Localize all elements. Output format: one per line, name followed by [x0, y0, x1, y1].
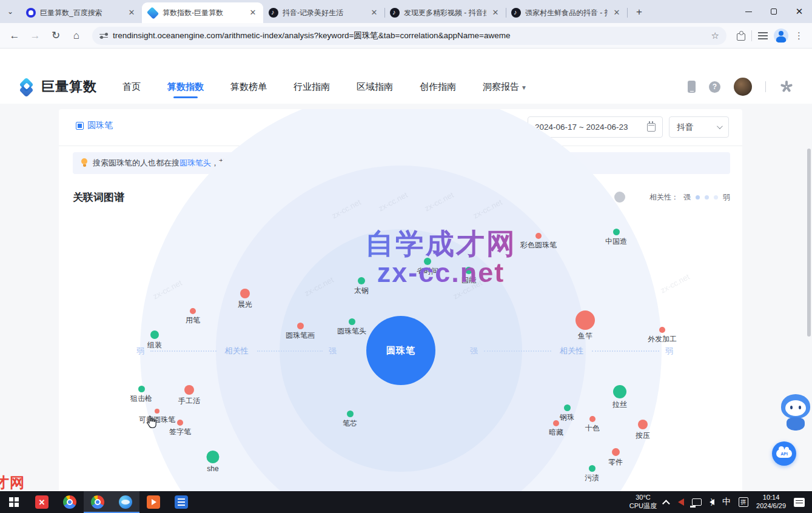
nav-item-创作指南[interactable]: 创作指南	[420, 71, 456, 103]
hint-link-keyword[interactable]: 圆珠笔头	[180, 158, 211, 167]
keyword-bubble-暗藏[interactable]: 暗藏	[549, 420, 563, 438]
clock-date: 2024/6/29	[756, 502, 786, 511]
browser-tab[interactable]: 算数指数-巨量算数✕	[142, 2, 263, 23]
window-maximize-button[interactable]	[761, 0, 787, 23]
bubble-label: 笔芯	[343, 418, 357, 429]
axis-right-weak: 弱	[665, 346, 673, 357]
keyword-bubble-晨光[interactable]: 晨光	[238, 289, 252, 310]
close-tab-icon[interactable]: ✕	[612, 8, 622, 18]
start-button[interactable]	[0, 491, 28, 513]
taskbar-blue-app[interactable]	[167, 491, 195, 513]
api-float-button[interactable]: API	[772, 441, 796, 466]
platform-select[interactable]: 抖音	[669, 116, 729, 138]
nav-item-首页[interactable]: 首页	[122, 71, 141, 103]
keyword-bubble-十色[interactable]: 十色	[585, 416, 600, 434]
bytedance-pinwheel-icon[interactable]	[779, 79, 794, 94]
new-tab-button[interactable]: +	[631, 4, 648, 21]
nav-item-区域指南[interactable]: 区域指南	[357, 71, 393, 103]
mobile-app-icon[interactable]	[688, 81, 696, 93]
taskbar-orange-app[interactable]	[139, 491, 167, 513]
center-keyword-bubble[interactable]: 圆珠笔	[366, 316, 435, 385]
bookmark-star-icon[interactable]: ☆	[711, 30, 719, 41]
bubble-label: 手工活	[178, 396, 200, 406]
keyword-chip[interactable]: 圆珠笔	[76, 120, 113, 131]
site-logo[interactable]: 巨量算数	[18, 78, 97, 96]
platform-value: 抖音	[677, 122, 693, 133]
cpu-temp: 30°C CPU温度	[629, 494, 657, 511]
close-tab-icon[interactable]: ✕	[369, 8, 379, 18]
taskbar-blue-browser[interactable]	[112, 491, 139, 513]
extensions-icon[interactable]	[736, 31, 745, 40]
assistant-mascot[interactable]	[781, 394, 812, 433]
browser-tab[interactable]: 巨量算数_百度搜索✕	[21, 2, 142, 23]
bubble-label: 签字笔	[169, 427, 191, 437]
close-tab-icon[interactable]: ✕	[248, 8, 258, 18]
address-bar[interactable]: trendinsight.oceanengine.com/arithmetic-…	[92, 27, 726, 45]
site-info-icon[interactable]	[99, 33, 108, 39]
browser-tab[interactable]: 抖音-记录美好生活✕	[263, 2, 384, 23]
help-icon[interactable]: ?	[709, 81, 720, 93]
nav-item-算数指数[interactable]: 算数指数	[167, 71, 204, 103]
back-button[interactable]: ←	[5, 26, 24, 45]
keyword-bubble-拉丝[interactable]: 拉丝	[612, 385, 627, 410]
network-icon[interactable]	[692, 498, 702, 506]
home-button[interactable]: ⌂	[67, 26, 86, 45]
clock[interactable]: 10:14 2024/6/29	[756, 494, 786, 511]
pinyin-keyboard-icon[interactable]: 拼	[739, 497, 748, 507]
close-tab-icon[interactable]: ✕	[127, 8, 136, 18]
axis-right-strong: 强	[470, 346, 478, 357]
bubble-label: 鱼竿	[578, 331, 592, 341]
tab-groups-icon[interactable]	[758, 32, 768, 39]
axis-left-dots1	[150, 350, 216, 352]
page-scrollbar[interactable]	[807, 149, 811, 337]
tab-title: 算数指数-巨量算数	[163, 8, 244, 18]
keyword-bubble-中国造[interactable]: 中国造	[605, 229, 627, 247]
tray-expand-icon[interactable]	[662, 500, 670, 508]
keyword-bubble-笔芯[interactable]: 笔芯	[343, 411, 357, 429]
user-avatar[interactable]	[734, 78, 752, 96]
forward-button[interactable]: →	[25, 26, 45, 45]
browser-tab[interactable]: 发现更多精彩视频 - 抖音搜索✕	[384, 2, 506, 23]
douyin-favicon	[269, 8, 278, 18]
keyword-bubble-圆珠笔头[interactable]: 圆珠笔头	[337, 318, 366, 337]
window-close-button[interactable]: ✕	[787, 0, 812, 23]
keyword-bubble-签字笔[interactable]: 签字笔	[169, 420, 191, 437]
tab-search-chevron-icon[interactable]: ⌄	[0, 0, 21, 23]
window-minimize-button[interactable]	[736, 0, 761, 23]
keyword-bubble-手工活[interactable]: 手工活	[178, 385, 200, 406]
nav-item-洞察报告[interactable]: 洞察报告▼	[483, 71, 527, 103]
url-text[interactable]: trendinsight.oceanengine.com/arithmetic-…	[113, 30, 706, 41]
keyword-bubble-狙击枪[interactable]: 狙击枪	[130, 386, 152, 404]
browser-menu-icon[interactable]: ⋮	[794, 30, 804, 41]
keyword-bubble-圆珠笔画[interactable]: 圆珠笔画	[286, 323, 315, 341]
legend-corr-dot2	[705, 195, 709, 200]
header-divider	[765, 81, 766, 92]
date-range-input[interactable]: 2024-06-17 ~ 2024-06-23	[528, 116, 663, 138]
keyword-bubble-用笔[interactable]: 用笔	[186, 308, 200, 326]
browser-tab[interactable]: 强家村生鲜食品的抖音 - 抖音✕	[506, 2, 627, 23]
keyword-bubble-组装[interactable]: 组装	[147, 330, 162, 350]
keyword-bubble-零件[interactable]: 零件	[608, 448, 623, 468]
muted-speaker-icon[interactable]	[678, 498, 684, 506]
correlation-chart: 弱 相关性 强 强 相关性 弱 晨光用笔组装狙击枪手工活可擦圆珠笔签字笔she笔…	[59, 209, 742, 491]
keyword-bubble-外发加工[interactable]: 外发加工	[648, 327, 677, 344]
taskbar-chrome[interactable]	[56, 491, 84, 513]
ime-indicator[interactable]: 中	[722, 497, 731, 508]
caret-down-icon: ▼	[521, 84, 527, 91]
refresh-button[interactable]: ↻	[46, 26, 65, 45]
close-tab-icon[interactable]: ✕	[491, 8, 500, 18]
taskbar-red-app[interactable]: ✕	[28, 491, 56, 513]
tab-title: 发现更多精彩视频 - 抖音搜索	[404, 8, 486, 18]
trend-up-dot	[297, 323, 304, 329]
keyword-bubble-鱼竿[interactable]: 鱼竿	[575, 310, 595, 341]
browser-profile-avatar[interactable]	[774, 29, 788, 43]
notification-center-icon[interactable]	[794, 498, 805, 507]
taskbar-chrome-active[interactable]	[84, 491, 112, 513]
nav-item-行业指南[interactable]: 行业指南	[294, 71, 330, 103]
volume-icon[interactable]	[710, 499, 714, 505]
keyword-bubble-钢珠[interactable]: 钢珠	[560, 404, 574, 423]
nav-item-算数榜单[interactable]: 算数榜单	[230, 71, 267, 103]
keyword-bubble-she[interactable]: she	[207, 451, 220, 473]
keyword-bubble-按压[interactable]: 按压	[636, 420, 650, 441]
keyword-bubble-污渍[interactable]: 污渍	[585, 465, 599, 483]
